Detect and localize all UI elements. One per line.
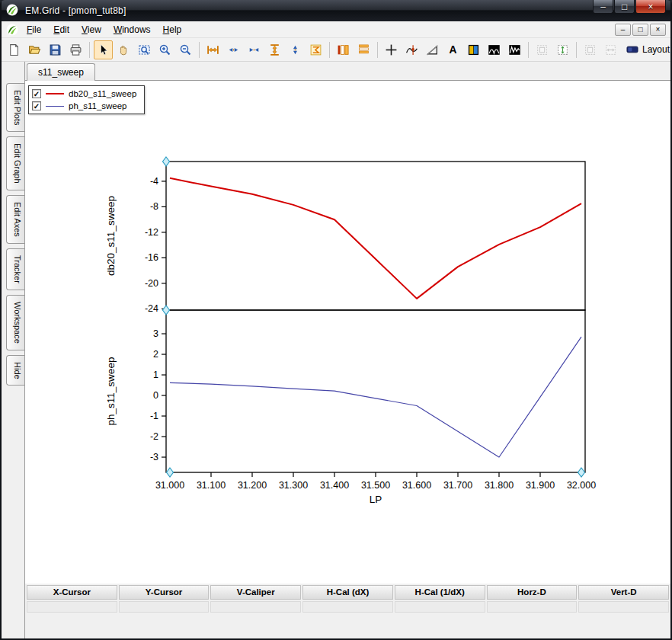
column-header-h-cal-dx: H-Cal (dX) [302,585,393,600]
cursor-cell-h-cal-1-dx [395,601,485,613]
y-tick-label: -12 [145,227,158,238]
cursor-cell-y-cursor [119,601,210,613]
mdi-restore-button[interactable]: □ [632,24,648,36]
shift-y-icon [289,43,302,56]
shift-y-button[interactable] [286,40,305,59]
autoscale-button[interactable] [306,40,325,59]
waveform-view-2-icon [508,43,521,56]
column-header-v-caliper: V-Caliper [210,585,301,600]
sidebar-tab-edit-axes[interactable]: Edit Axes [6,195,24,244]
legend-label: db20_s11_sweep [69,89,136,98]
toolbar-separator [199,42,200,58]
legend-item-db20-s11-sweep: ✓db20_s11_sweep [32,89,136,98]
x-tick-label: 31.500 [361,480,390,491]
shift-x-in-button[interactable] [245,40,264,59]
x-tick-label: 31.600 [402,480,431,491]
text-annotation-icon: A [446,43,459,56]
y-tick-label: -16 [145,252,158,263]
menu-help[interactable]: Help [157,22,188,37]
bottom-strip [25,614,670,638]
fit-vertical-button[interactable] [553,40,572,59]
pan-button[interactable] [114,40,133,59]
color-map-button[interactable] [464,40,483,59]
cursor-table-body [27,601,669,613]
window-title: EM.Grid - [pmom_tut8b] [25,5,126,16]
menu-bar: FileEditViewWindowsHelp – □ × [2,21,670,38]
y-tick-label: -20 [145,278,158,289]
minimize-button[interactable]: – [593,0,613,14]
sidebar-tab-tracker[interactable]: Tracker [6,248,24,290]
axis-cursor-diamond[interactable] [163,157,170,166]
close-button[interactable]: × [635,0,666,14]
zoom-out-icon [179,43,192,56]
axis-cursor-diamond[interactable] [163,306,170,315]
bottom-plot: 3210-1-2-3ph_s11_sweep [105,310,585,472]
content-area: s11_sweep ✓db20_s11_sweep✓ph_s11_sweep -… [24,62,670,638]
shift-x-out-button[interactable] [224,40,243,59]
menu-file[interactable]: File [21,22,47,37]
mdi-minimize-button[interactable]: – [615,24,631,36]
curve-tracker-button[interactable] [402,40,421,59]
cursor-cell-vert-d [578,601,669,613]
y-tick-label: 0 [153,390,158,401]
save-button[interactable] [46,40,65,59]
toolbar-separator [89,42,90,58]
column-layout-button[interactable] [334,40,353,59]
app-logo-icon [6,4,18,16]
axis-cursor-diamond[interactable] [167,468,174,477]
menu-view[interactable]: View [75,22,107,37]
x-tick-label: 31.000 [155,480,184,491]
slope-marker-icon [426,43,439,56]
zoom-in-button[interactable] [155,40,174,59]
print-button[interactable] [66,40,85,59]
zoom-out-button[interactable] [176,40,195,59]
plot-area[interactable]: -4-8-12-16-20-24db20_s11_sweep3210-1-2-3… [70,156,634,514]
menu-edit[interactable]: Edit [47,22,75,37]
expand-x-axis-button[interactable] [203,40,222,59]
sidebar-tab-edit-plots[interactable]: Edit Plots [6,83,24,132]
window-controls: – □ × [592,0,666,14]
mdi-close-button[interactable]: × [650,24,666,36]
sidebar-tab-edit-graph[interactable]: Edit Graph [6,136,24,190]
fit-window-horizontal-button [581,40,600,59]
x-tick-label: 31.900 [526,480,555,491]
maximize-button[interactable]: □ [614,0,635,14]
fit-horizontal-button [601,40,620,59]
column-header-h-cal-1-dx: H-Cal (1/dX) [395,585,485,600]
row-layout-button[interactable] [354,40,373,59]
slope-marker-button[interactable] [423,40,442,59]
legend-checkbox-db20-s11-sweep[interactable]: ✓ [32,89,41,98]
new-document-button[interactable] [5,40,24,59]
layout-group[interactable]: Layout [620,43,670,56]
toolbar-buttons: A [5,40,620,59]
layout-icon-wrap [626,43,638,56]
axis-cursor-diamond[interactable] [578,468,585,477]
sidebar-tab-workspace[interactable]: Workspace [6,295,24,350]
menu-items: FileEditViewWindowsHelp [21,22,187,37]
app-icon[interactable] [6,4,20,18]
crosshair-cursor-button[interactable] [382,40,401,59]
select-cursor-button[interactable] [94,40,113,59]
x-tick-label: 31.400 [320,480,349,491]
text-annotation-button[interactable]: A [443,40,462,59]
zoom-region-button[interactable] [135,40,154,59]
y-tick-label: -8 [150,201,158,212]
toolbar-separator [528,42,529,58]
plot-canvas[interactable]: ✓db20_s11_sweep✓ph_s11_sweep -4-8-12-16-… [25,81,670,584]
document-tab-s11-sweep[interactable]: s11_sweep [27,63,95,81]
column-header-vert-d: Vert-D [578,585,669,600]
pan-icon [117,43,130,56]
waveform-view-1-icon [488,43,501,56]
mdi-window-buttons: – □ × [615,24,668,36]
y-tick-label: -1 [150,411,158,421]
waveform-view-1-button[interactable] [485,40,504,59]
fit-vertical-icon [556,43,569,56]
menu-windows[interactable]: Windows [107,22,157,37]
column-layout-icon [337,43,350,56]
expand-y-axis-button[interactable] [265,40,284,59]
legend-checkbox-ph-s11-sweep[interactable]: ✓ [32,101,41,110]
open-file-button[interactable] [25,40,44,59]
sidebar-tab-hide[interactable]: Hide [6,355,24,386]
waveform-view-2-button[interactable] [505,40,524,59]
document-icon[interactable] [6,24,18,36]
